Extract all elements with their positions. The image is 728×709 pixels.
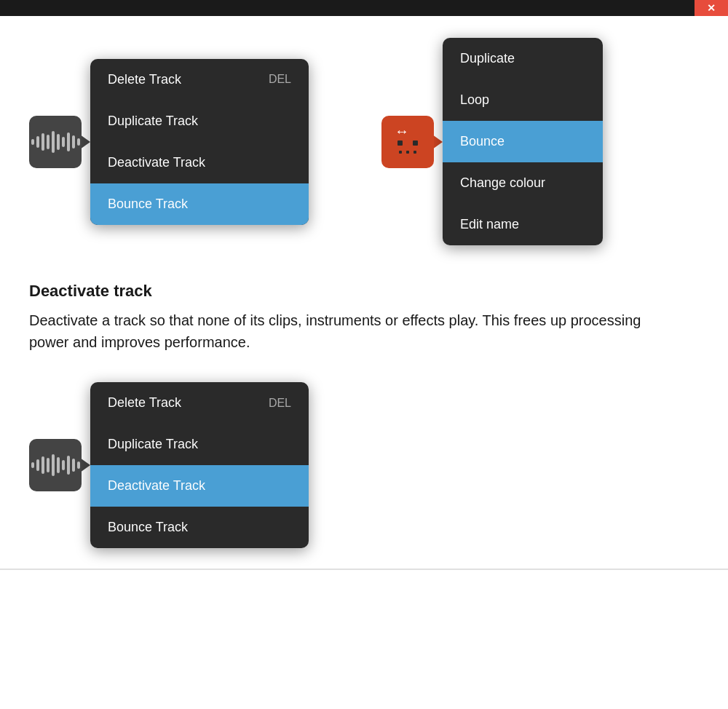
- waveform-bar: [41, 133, 44, 151]
- left-context-menu-1: Delete Track DEL Duplicate Track Deactiv…: [90, 59, 309, 225]
- waveform-bar: [62, 460, 65, 470]
- waveform-bar: [47, 135, 50, 149]
- waveform-bar: [67, 456, 70, 475]
- menu-item-bounce[interactable]: Bounce: [443, 121, 603, 162]
- menu-item-change-colour[interactable]: Change colour: [443, 162, 603, 204]
- svg-rect-4: [406, 151, 409, 154]
- left-context-menu-2: Delete Track DEL Duplicate Track Deactiv…: [90, 382, 309, 548]
- menu-item-bounce-track[interactable]: Bounce Track: [90, 183, 309, 225]
- menu-item-bounce-track-2[interactable]: Bounce Track: [90, 507, 309, 548]
- menu-item-label: Duplicate Track: [108, 114, 198, 129]
- svg-rect-1: [397, 140, 403, 146]
- top-bar: ✕: [0, 0, 728, 16]
- menu-item-label: Loop: [460, 92, 489, 108]
- svg-rect-2: [413, 140, 418, 146]
- waveform-bar: [57, 134, 60, 150]
- waveform-bar: [67, 132, 70, 151]
- description-section: Deactivate track Deactivate a track so t…: [29, 282, 699, 353]
- waveform-bar: [52, 131, 55, 153]
- right-context-menu-1: Duplicate Loop Bounce Change colour Edit…: [443, 38, 603, 245]
- close-button[interactable]: ✕: [695, 0, 728, 16]
- menu-item-shortcut: DEL: [269, 397, 291, 410]
- waveform-bar: [31, 139, 34, 145]
- waveform-icon-2: [25, 454, 86, 476]
- menu-item-label: Bounce: [460, 134, 505, 149]
- menu-item-label: Delete Track: [108, 395, 181, 411]
- waveform-bar: [41, 456, 44, 474]
- menu-item-label: Change colour: [460, 175, 545, 191]
- menu-item-duplicate-track[interactable]: Duplicate Track: [90, 100, 309, 142]
- close-icon: ✕: [707, 2, 716, 14]
- menu-item-deactivate-track[interactable]: Deactivate Track: [90, 142, 309, 183]
- menu-item-delete-track-2[interactable]: Delete Track DEL: [90, 382, 309, 424]
- right-menu-section-1: ↔ Duplicate Loop: [381, 38, 603, 245]
- section-top: Delete Track DEL Duplicate Track Deactiv…: [29, 38, 699, 245]
- menu-item-edit-name[interactable]: Edit name: [443, 204, 603, 245]
- waveform-bar: [52, 454, 55, 476]
- menu-item-label: Edit name: [460, 217, 519, 232]
- waveform-bar: [62, 137, 65, 147]
- audio-track-icon: [29, 116, 82, 168]
- menu-item-shortcut: DEL: [269, 73, 291, 86]
- audio-track-icon-wrap: [29, 116, 90, 168]
- menu-item-label: Deactivate Track: [108, 155, 205, 170]
- menu-item-deactivate-track-2[interactable]: Deactivate Track: [90, 465, 309, 507]
- description-title: Deactivate track: [29, 282, 699, 301]
- svg-text:↔: ↔: [395, 124, 409, 139]
- instrument-track-icon-wrap: ↔: [381, 116, 443, 168]
- menu-item-duplicate-track-2[interactable]: Duplicate Track: [90, 424, 309, 465]
- left-menu-section-1: Delete Track DEL Duplicate Track Deactiv…: [29, 38, 309, 245]
- waveform-bar: [72, 459, 75, 472]
- left-menu-section-2: Delete Track DEL Duplicate Track Deactiv…: [29, 382, 309, 548]
- svg-rect-5: [414, 151, 416, 154]
- waveform-bar: [77, 138, 80, 146]
- audio-track-icon-2: [29, 439, 82, 491]
- bottom-border: [0, 569, 728, 570]
- menu-item-label: Duplicate: [460, 51, 515, 66]
- waveform-icon: [25, 131, 86, 153]
- waveform-bar: [31, 462, 34, 468]
- waveform-bar: [57, 457, 60, 473]
- description-text: Deactivate a track so that none of its c…: [29, 309, 655, 353]
- menu-item-label: Deactivate Track: [108, 478, 205, 494]
- waveform-bar: [36, 459, 39, 471]
- menu-item-loop[interactable]: Loop: [443, 79, 603, 121]
- waveform-bar: [47, 458, 50, 472]
- waveform-bar: [72, 135, 75, 148]
- menu-item-label: Bounce Track: [108, 520, 188, 535]
- menu-item-label: Duplicate Track: [108, 437, 198, 452]
- instrument-icon-arrow: [432, 135, 443, 149]
- svg-rect-3: [399, 151, 402, 154]
- audio-track-icon-wrap-2: [29, 439, 90, 491]
- menu-item-duplicate[interactable]: Duplicate: [443, 38, 603, 79]
- waveform-bar: [77, 462, 80, 469]
- menu-item-label: Bounce Track: [108, 197, 188, 212]
- waveform-bar: [36, 136, 39, 148]
- main-content: Delete Track DEL Duplicate Track Deactiv…: [0, 16, 728, 570]
- robot-icon: ↔: [390, 124, 425, 159]
- menu-item-delete-track[interactable]: Delete Track DEL: [90, 59, 309, 100]
- menu-item-label: Delete Track: [108, 72, 181, 87]
- instrument-track-icon: ↔: [381, 116, 434, 168]
- section-bottom: Delete Track DEL Duplicate Track Deactiv…: [29, 382, 699, 548]
